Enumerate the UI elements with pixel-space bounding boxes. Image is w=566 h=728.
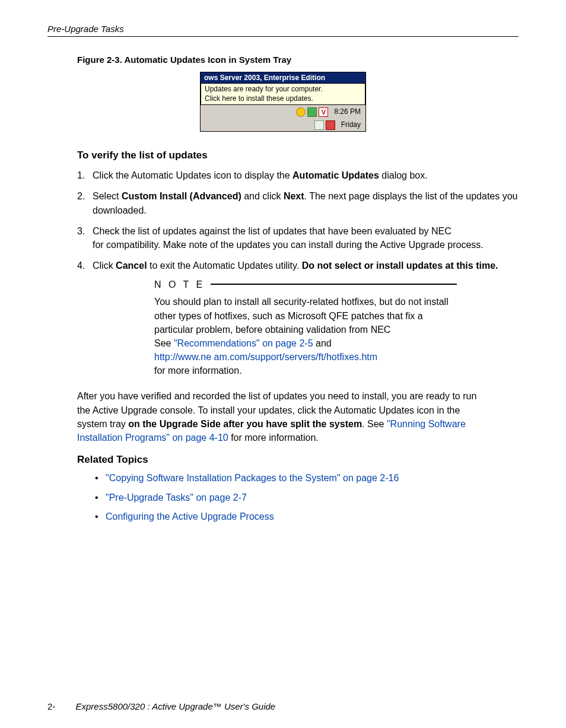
pre-upgrade-tasks-link[interactable]: "Pre-Upgrade Tasks" on page 2-7 (106, 492, 247, 503)
tray-lower: Friday (201, 119, 365, 131)
text: Click the Automatic Updates icon to disp… (93, 170, 292, 180)
text: Select (93, 191, 122, 201)
book-title: Express5800/320 : Active Upgrade™ User's… (76, 701, 276, 711)
note-rule (211, 284, 457, 285)
note-header-row: N O T E (154, 279, 457, 290)
text: . See (362, 419, 387, 429)
configuring-process-link[interactable]: Configuring the Active Upgrade Process (106, 511, 274, 522)
figure-caption: Figure 2-3. Automatic Updates Icon in Sy… (77, 55, 519, 65)
network-icon (307, 107, 317, 117)
system-tray-figure: ows Server 2003, Enterprise Edition Upda… (200, 72, 366, 132)
bold-text: on the Upgrade Side after you have split… (128, 419, 362, 429)
monitor-icon (314, 120, 324, 130)
step-body: Click Cancel to exit the Automatic Updat… (93, 259, 519, 272)
recommendations-link[interactable]: "Recommendations" on page 2-5 (174, 338, 313, 348)
text: See (154, 338, 174, 348)
copying-packages-link[interactable]: "Copying Software Installation Packages … (106, 473, 399, 483)
step-number: 4. (77, 259, 93, 272)
text: for more information. (154, 365, 242, 376)
list-item: 2. Select Custom Install (Advanced) and … (77, 189, 519, 217)
page-footer: 2- Express5800/320 : Active Upgrade™ Use… (47, 701, 275, 711)
balloon-line2: Click here to install these updates. (205, 94, 313, 103)
list-item: 4. Click Cancel to exit the Automatic Up… (77, 259, 519, 272)
hotfixes-url-link[interactable]: http://www.ne am.com/support/servers/ft/… (154, 352, 377, 362)
text: and (313, 338, 332, 348)
list-item: "Pre-Upgrade Tasks" on page 2-7 (95, 491, 519, 504)
related-topics-heading: Related Topics (77, 454, 519, 466)
list-item: 1. Click the Automatic Updates icon to d… (77, 169, 519, 182)
note-label: N O T E (154, 279, 205, 290)
bold-text: Cancel (116, 260, 147, 271)
note-body: You should plan to install all security-… (154, 295, 457, 377)
verify-steps: 1. Click the Automatic Updates icon to d… (77, 169, 519, 272)
update-ready-icon (296, 107, 306, 117)
text: You should plan to install all security-… (154, 297, 449, 334)
list-item: Configuring the Active Upgrade Process (95, 510, 519, 523)
bold-text: Next (284, 191, 304, 201)
bold-text: Do not select or install updates at this… (302, 260, 498, 271)
step-body: Check the list of updates against the li… (93, 224, 519, 252)
step-number: 1. (77, 169, 93, 182)
tray-day: Friday (341, 120, 361, 130)
text: to exit the Automatic Updates utility. (147, 260, 302, 271)
bold-text: Custom Install (Advanced) (122, 191, 241, 201)
note-block: N O T E You should plan to install all s… (154, 279, 457, 377)
tray-clock: 8:26 PM (334, 107, 361, 117)
verify-heading: To verify the list of updates (77, 150, 519, 161)
update-balloon: Updates are ready for your computer. Cli… (201, 83, 365, 105)
text: Click (93, 260, 116, 271)
tray-icons-upper: V (296, 107, 328, 117)
step-number: 2. (77, 189, 93, 217)
tray-icons-lower (314, 120, 335, 130)
tray-upper: V 8:26 PM (201, 105, 365, 119)
step-number: 3. (77, 224, 93, 252)
window-titlebar: ows Server 2003, Enterprise Edition (201, 72, 365, 83)
list-item: "Copying Software Installation Packages … (95, 472, 519, 485)
bold-text: Automatic Updates (292, 170, 379, 180)
running-header: Pre-Upgrade Tasks (47, 24, 519, 37)
list-item: 3. Check the list of updates against the… (77, 224, 519, 252)
page-number: 2- (47, 701, 55, 711)
step-body: Click the Automatic Updates icon to disp… (93, 169, 519, 182)
text: and click (241, 191, 284, 201)
related-topics-list: "Copying Software Installation Packages … (95, 472, 519, 523)
balloon-line1: Updates are ready for your computer. (205, 85, 323, 93)
step-body: Select Custom Install (Advanced) and cli… (93, 189, 519, 217)
security-shield-icon: V (319, 107, 328, 117)
text: for more information. (228, 433, 319, 443)
device-icon (326, 120, 335, 130)
after-paragraph: After you have verified and recorded the… (77, 389, 489, 444)
text: dialog box. (379, 170, 428, 180)
